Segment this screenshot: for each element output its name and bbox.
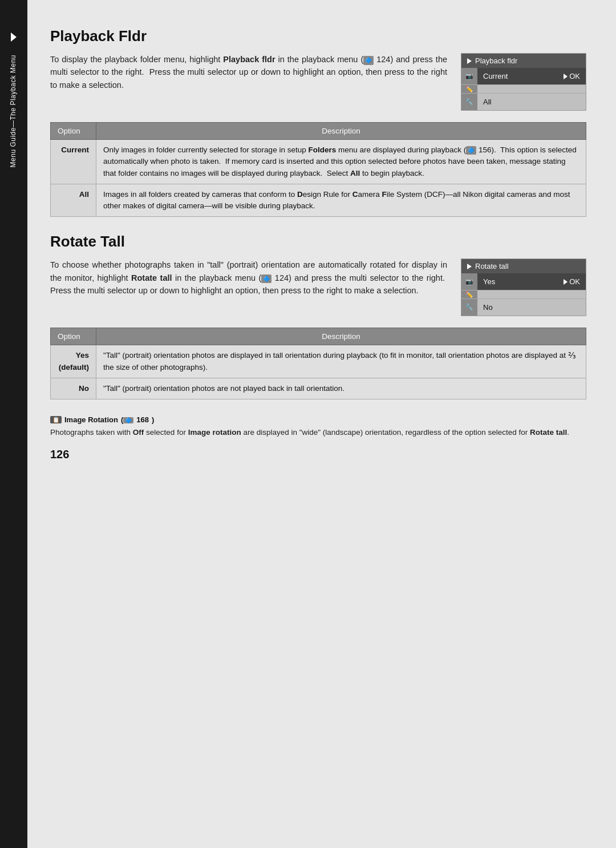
image-rotation-title: 📋 Image Rotation (🔷 168) <box>50 415 586 424</box>
playback-fldr-body: To display the playback folder menu, hig… <box>50 53 447 91</box>
table-row: All Images in all folders created by cam… <box>51 184 586 217</box>
table-row: Yes(default) "Tall" (portrait) orientati… <box>51 345 586 378</box>
note-book-icon: 📋 <box>50 416 62 423</box>
desc-cell-no: "Tall" (portrait) orientation photos are… <box>96 378 586 399</box>
wrench-icon-row3: 🔧 <box>461 94 477 110</box>
rotate-tall-table: Option Description Yes(default) "Tall" (… <box>50 328 586 399</box>
pencil-icon-row2-rt: ✏️ <box>461 290 477 298</box>
desc-cell-yes: "Tall" (portrait) orientation photos are… <box>96 345 586 378</box>
menu-row-current: 📷 Current OK <box>461 68 586 85</box>
wrench-icon-row3-rt: 🔧 <box>461 299 477 316</box>
play-icon <box>467 58 472 64</box>
rotate-tall-section: To choose whether photographs taken in "… <box>50 259 586 316</box>
menu-row-yes: 📷 Yes OK <box>461 273 586 290</box>
rotate-tall-menu-body: 📷 Yes OK ✏️ <box>461 273 586 316</box>
image-rotation-text: Photographs taken with Off selected for … <box>50 427 586 439</box>
desc-cell-current: Only images in folder currently selected… <box>96 140 586 184</box>
camera-icon-row1-rt: 📷 <box>461 273 477 290</box>
arrow-right-icon-2 <box>564 279 568 285</box>
image-rotation-note: 📋 Image Rotation (🔷 168) Photographs tak… <box>50 415 586 439</box>
playback-fldr-title: Playback Fldr <box>50 27 586 45</box>
arrow-right-icon <box>564 74 568 79</box>
rotate-tall-body: To choose whether photographs taken in "… <box>50 259 447 297</box>
menu-icon-inline: 🔷 <box>363 56 374 65</box>
page-number: 126 <box>50 448 586 461</box>
option-cell-yes: Yes(default) <box>51 345 96 378</box>
menu-row-no: 🔧 No <box>461 299 586 316</box>
col-option-header-2: Option <box>51 328 96 345</box>
menu-row-pencil: ✏️ <box>461 85 586 94</box>
table-row: No "Tall" (portrait) orientation photos … <box>51 378 586 399</box>
col-desc-header-1: Description <box>96 123 586 140</box>
menu-row-pencil-rt: ✏️ <box>461 290 586 299</box>
desc-cell-all: Images in all folders created by cameras… <box>96 184 586 217</box>
option-cell-current: Current <box>51 140 96 184</box>
playback-fldr-table: Option Description Current Only images i… <box>50 122 586 217</box>
rotate-tall-menu-title: Rotate tall <box>461 259 586 273</box>
col-option-header-1: Option <box>51 123 96 140</box>
sidebar: Menu Guide—The Playback Menu <box>0 0 27 848</box>
col-desc-header-2: Description <box>96 328 586 345</box>
pencil-icon-row2: ✏️ <box>461 85 477 93</box>
playback-fldr-bold: Playback fldr <box>223 55 275 64</box>
playback-fldr-menu-title: Playback fldr <box>461 54 586 68</box>
rotate-tall-menu-box: Rotate tall 📷 Yes OK <box>461 259 586 316</box>
table-row: Current Only images in folder currently … <box>51 140 586 184</box>
main-content: Playback Fldr To display the playback fo… <box>27 0 616 848</box>
sidebar-label: Menu Guide—The Playback Menu <box>9 55 18 167</box>
camera-icon-row1: 📷 <box>461 68 477 84</box>
option-cell-all: All <box>51 184 96 217</box>
playback-fldr-section: To display the playback folder menu, hig… <box>50 53 586 111</box>
sidebar-arrow-icon <box>11 33 17 42</box>
playback-fldr-menu-body: 📷 Current OK ✏️ <box>461 68 586 110</box>
playback-fldr-menu-box: Playback fldr 📷 Current OK <box>461 53 586 111</box>
menu-row-all: 🔧 All <box>461 94 586 110</box>
rotate-tall-title: Rotate Tall <box>50 233 586 251</box>
option-cell-no: No <box>51 378 96 399</box>
play-icon-2 <box>467 264 472 269</box>
